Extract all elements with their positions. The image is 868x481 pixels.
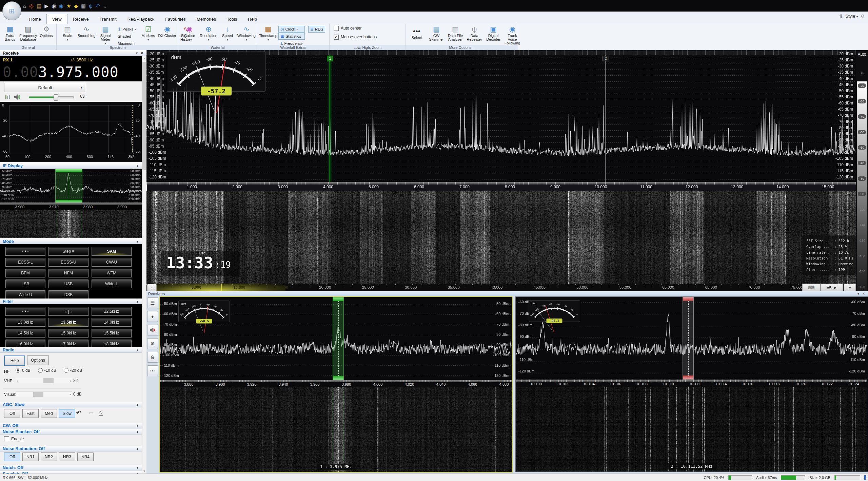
zoom-in-button[interactable]: ⊕ [147,338,158,349]
mode-button[interactable]: CW-U [92,258,132,267]
slider-left-arrow-icon[interactable]: ‹ [17,393,18,396]
preset-dropdown[interactable]: Default ▼ [4,83,86,92]
rx2-tuning-bottom-cap[interactable] [683,376,693,379]
noise-blanker-enable[interactable]: Enable [4,436,24,441]
tab-receive[interactable]: Receive [67,14,94,24]
close-icon[interactable]: ✕ [141,51,144,55]
waterfall-range-strip[interactable]: Auto -10 -20-30-40-50-60-70-80-90-100-11… [856,50,868,291]
visual-slider[interactable]: ‹ › [16,391,72,397]
noise-reduction-button[interactable]: NR4 [77,453,94,461]
close-icon[interactable]: ✕ [863,292,865,295]
main-waterfall-canvas[interactable] [146,191,856,284]
peaks-button[interactable]: ↥Peaks▾ [116,26,138,33]
options-button[interactable]: Options [27,355,49,365]
globe-icon[interactable]: ◉ [59,3,63,8]
shaded-button[interactable]: Shaded [116,33,138,40]
slider-left-arrow-icon[interactable]: ‹ [17,379,18,383]
resolution-button[interactable]: ⊕Resolution▾ [199,25,218,42]
mouse-over-buttons-checkbox[interactable]: ✓Mouse-over buttons [334,34,377,40]
filter-button[interactable]: ±4.0kHz [92,318,132,327]
agc-graph-icon[interactable]: ∿ [99,410,103,416]
lock-icon[interactable]: ◆ [74,3,78,8]
markers-button[interactable]: ☑Markers▾ [139,25,158,42]
noise-reduction-button[interactable]: NR1 [22,453,39,461]
gear-icon[interactable]: ⚙ [861,14,865,19]
star-icon[interactable]: ★ [66,3,71,8]
volume-slider[interactable] [29,96,74,98]
smoothing-button[interactable]: ∿Smoothing [77,25,96,45]
record-icon[interactable]: ◉ [52,3,56,8]
agc-preset-icon[interactable]: ▭ [89,410,93,416]
marker-1-badge[interactable]: 1 [327,56,333,61]
data-repeater-button[interactable]: ψData Repeater [465,25,484,45]
tab-view[interactable]: View [46,14,67,24]
range-gradient-slider[interactable]: -20-30-40-50-60-70-80-90-100-110-120-130… [857,81,867,291]
rx1-tuning-region[interactable] [333,297,344,380]
mode-button[interactable]: WFM [92,269,132,277]
mode-sam-button[interactable]: SAM [92,247,132,256]
more-icon[interactable]: ⌄ [103,3,107,8]
scroll-up-arrow[interactable]: ∧ [142,56,146,61]
mode-button[interactable]: BFM [5,269,45,277]
mode-button[interactable]: USB [48,280,88,288]
dx-cluster-button[interactable]: ◉DX Cluster [158,25,177,42]
play-icon[interactable]: ▶ [44,3,48,8]
audio-spectrum-graph[interactable]: 0-20-40-60 0-20-40-60 501002004008001k63… [0,102,142,162]
mode-header[interactable]: Mode▲ [0,238,142,244]
tab-rec-playback[interactable]: Rec/Playback [122,14,160,24]
radio-header[interactable]: Radio▲ [0,347,142,353]
scrollbar-thumb[interactable] [142,62,146,170]
auto-range-button[interactable]: Auto [856,50,868,57]
hf-minus10-radio[interactable]: -10 dB [38,368,56,373]
filter-header[interactable]: Filter▲ [0,299,142,304]
noise-reduction-button[interactable]: NR2 [41,453,57,461]
noise-reduction-button[interactable]: Off [4,453,20,461]
rx2-waterfall-canvas[interactable] [516,387,867,472]
colour-button[interactable]: ◉Colour▾ [180,25,199,42]
speed-button[interactable]: ↓Speed▾ [218,25,237,42]
agc-button[interactable]: Med [41,409,57,418]
rx2-ruler-ticks[interactable] [516,380,867,382]
agc-button[interactable]: Fast [22,409,39,418]
select-button[interactable]: •••Select [407,27,426,40]
if-display-header[interactable]: IF Display▲ [0,163,142,169]
hf-minus20-radio[interactable]: -20 dB [64,368,82,373]
frequency-display[interactable]: RX 1 +/- 3500 Hz 0.003.975.000 [0,56,142,81]
agc-undo-icon[interactable]: ↶ [76,409,81,417]
filter-button[interactable]: ±5.0kHz [48,329,88,338]
frequency-digits[interactable]: 3.975.000 [38,64,119,80]
options-button[interactable]: ⚙Options [38,25,55,38]
receiver-2-panel[interactable]: -60 dBm-70 dBm-80 dBm-90 dBm-100 dBm-110… [515,296,868,472]
statistics-button[interactable]: ▦Statistics [278,33,305,40]
spectrum-ruler-ticks[interactable] [146,182,856,185]
zoom-out-button[interactable]: ⊖ [147,352,158,363]
undo-icon[interactable]: ↶ [96,3,100,8]
vhf-slider[interactable]: ‹ › [16,378,72,383]
notch-header[interactable]: Notch: Off▼ [0,465,142,470]
visual-slider-thumb[interactable] [33,392,43,397]
slider-right-arrow-icon[interactable]: › [70,379,71,383]
help-button[interactable]: Help [4,355,25,366]
mode-button[interactable]: DSB [48,290,88,299]
filter-var-button[interactable]: « | » [48,307,88,316]
mode-button[interactable]: Wide-U [5,290,45,299]
mode-button[interactable]: ECSS-L [5,258,45,267]
app-button[interactable]: ⊞ [2,1,21,20]
pin-icon[interactable]: ▼ [857,292,860,295]
noise-reduction-button[interactable]: NR3 [59,453,75,461]
marker-1-line[interactable] [330,55,330,182]
filter-button[interactable]: ±3.5kHz [48,318,88,327]
collapse-ribbon-icon[interactable]: ⇅ [839,14,843,19]
rx1-ruler-ticks[interactable] [160,380,512,382]
filter-button[interactable]: ±5.5kHz [92,329,132,338]
rx1-waterfall-canvas[interactable] [160,387,512,472]
filter-button[interactable]: ±4.5kHz [5,329,45,338]
mode-more-button[interactable]: • • • [5,247,45,256]
home-icon[interactable]: ⌂ [23,3,26,8]
data-file-analyser-button[interactable]: ▥Data File Analyser [446,25,465,45]
agc-button[interactable]: Slow [59,409,75,418]
tab-favourites[interactable]: Favourites [160,14,191,24]
cw-header[interactable]: CW: Off▼ [0,423,142,428]
vhf-slider-thumb[interactable] [43,378,54,383]
noise-blanker-header[interactable]: Noise Blanker: Off▲ [0,429,142,435]
